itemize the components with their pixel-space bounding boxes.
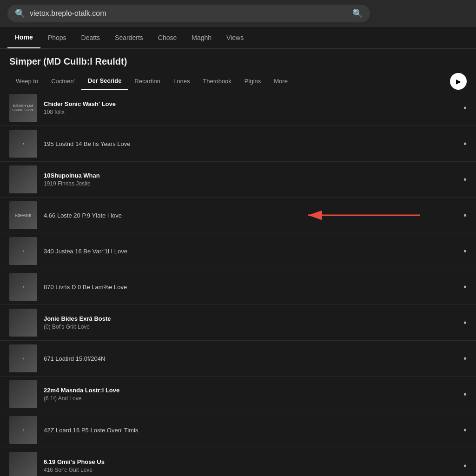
nav-tab-views[interactable]: Views [219,27,251,48]
list-item[interactable]: BRASH LIM SSINS LOVE Chider Sonic Wash' … [0,90,476,126]
thumb-text [9,309,37,337]
thumb-text [9,380,37,408]
nav-tabs: Home Phops Deatts Searderts Chose Maghh … [0,27,476,49]
list-item[interactable]: KSHABIE 4.66 Loste 20 P.9 Ylate I love • [0,198,476,233]
item-subtitle: 108 folix [44,109,457,115]
item-options-dot[interactable]: • [463,425,467,436]
sub-tab-plgins[interactable]: Plgins [238,73,267,89]
list-item[interactable]: ♪ 671 Loatird 15.0f/204N • [0,341,476,377]
arrow-annotation [317,208,457,222]
nav-tab-deatts[interactable]: Deatts [74,27,107,48]
sub-tab-more[interactable]: More [267,73,294,89]
item-info: 870 Livrts D 0 Be Lam%e Love [44,284,457,291]
sub-tab-recartion[interactable]: Recartion [128,73,167,89]
item-info: 4.66 Loste 20 P.9 Ylate I love [44,212,311,219]
thumb-text [9,452,37,476]
item-info: 671 Loatird 15.0f/204N [44,355,457,362]
list-item[interactable]: ♪ 195 Lostnd 14 Be fis Years Love • [0,126,476,162]
item-title: Jonie Bides Exrâ Boste [44,315,457,322]
nav-tab-chose[interactable]: Chose [151,27,184,48]
item-thumbnail: ♪ [9,130,37,158]
list-item[interactable]: 10Shupolnua Whan 1919 Finnas Josite • [0,162,476,198]
nav-tab-searderts[interactable]: Searderts [107,27,151,48]
play-button[interactable]: ▶ [450,73,467,90]
list-item[interactable]: 6.19 Gmii's Phose Us 416 Sor'c Guit Love… [0,448,476,476]
item-title: 4.66 Loste 20 P.9 Ylate I love [44,212,311,219]
item-thumbnail: ♪ [9,344,37,372]
item-options-dot[interactable]: • [463,353,467,364]
list-item[interactable]: ♪ 870 Livrts D 0 Be Lam%e Love • [0,269,476,305]
page-title: Simper (MD Cullb:l Reuldt) [0,49,476,73]
item-options-dot[interactable]: • [463,461,467,471]
item-options-dot[interactable]: • [463,210,467,221]
item-info: 22m4 Masnda Lostr:l Love (6 1t) And Love [44,387,457,402]
list-item[interactable]: ♪ 340 Justea 16 Be Varr'1l I Love • [0,233,476,269]
item-info: 195 Lostnd 14 Be fis Years Love [44,140,457,147]
sub-tab-weep[interactable]: Weep to [9,73,45,89]
item-info: 340 Justea 16 Be Varr'1l I Love [44,248,457,255]
list-item[interactable]: Jonie Bides Exrâ Boste (0) Bof's Griit L… [0,305,476,341]
item-options-dot[interactable]: • [463,246,467,257]
item-title: 671 Loatird 15.0f/204N [44,355,457,362]
thumb-text: ♪ [9,273,37,301]
search-bar: 🔍 🔍 [7,5,370,22]
sub-tabs: Weep to Cuctoen' Der Secride Recartion L… [0,73,476,90]
item-info: 6.19 Gmii's Phose Us 416 Sor'c Guit Love [44,458,457,473]
item-thumbnail: BRASH LIM SSINS LOVE [9,94,37,122]
sub-tab-thetobook[interactable]: Thetobook [196,73,238,89]
item-options-dot[interactable]: • [463,317,467,328]
item-title: 340 Justea 16 Be Varr'1l I Love [44,248,457,255]
thumb-text: ♪ [9,416,37,444]
item-title: 42Z Loard 16 P5 Loste.Oven' Timis [44,427,457,434]
item-info: 42Z Loard 16 P5 Loste.Oven' Timis [44,427,457,434]
search-icon-right[interactable]: 🔍 [352,8,363,19]
thumb-text: KSHABIE [9,201,37,229]
item-title: 195 Lostnd 14 Be fis Years Love [44,140,457,147]
sub-tab-der-secride[interactable]: Der Secride [81,73,128,90]
item-options-dot[interactable]: • [463,174,467,185]
thumb-text: ♪ [9,344,37,372]
thumb-text: BRASH LIM SSINS LOVE [9,94,37,122]
content-list: BRASH LIM SSINS LOVE Chider Sonic Wash' … [0,90,476,476]
item-info: Jonie Bides Exrâ Boste (0) Bof's Griit L… [44,315,457,330]
item-title: 10Shupolnua Whan [44,172,457,179]
sub-tab-cuctoen[interactable]: Cuctoen' [45,73,81,89]
item-info: 10Shupolnua Whan 1919 Finnas Josite [44,172,457,187]
item-title: 870 Livrts D 0 Be Lam%e Love [44,284,457,291]
red-arrow-svg [299,208,438,222]
item-info: Chider Sonic Wash' Love 108 folix [44,100,457,115]
item-thumbnail: ♪ [9,273,37,301]
item-options-dot[interactable]: • [463,139,467,149]
item-thumbnail: ♪ [9,237,37,265]
item-subtitle: 416 Sor'c Guit Love [44,467,457,473]
item-thumbnail [9,452,37,476]
item-title: 22m4 Masnda Lostr:l Love [44,387,457,394]
list-item[interactable]: ♪ 42Z Loard 16 P5 Loste.Oven' Timis • [0,412,476,448]
thumb-text: ♪ [9,237,37,265]
item-options-dot[interactable]: • [463,103,467,113]
item-options-dot[interactable]: • [463,282,467,292]
item-thumbnail [9,380,37,408]
nav-tab-phops[interactable]: Phops [40,27,74,48]
nav-tab-maghh[interactable]: Maghh [184,27,219,48]
thumb-text: ♪ [9,130,37,158]
sub-tab-lones[interactable]: Lones [167,73,196,89]
item-subtitle: (6 1t) And Love [44,395,457,402]
item-title: 6.19 Gmii's Phose Us [44,458,457,465]
nav-tab-home[interactable]: Home [7,27,40,48]
item-thumbnail [9,309,37,337]
list-item[interactable]: 22m4 Masnda Lostr:l Love (6 1t) And Love… [0,377,476,412]
search-icon-left: 🔍 [15,8,25,19]
item-options-dot[interactable]: • [463,389,467,400]
item-thumbnail [9,165,37,193]
item-subtitle: 1919 Finnas Josite [44,180,457,187]
search-input[interactable] [30,9,352,18]
item-title: Chider Sonic Wash' Love [44,100,457,107]
item-subtitle: (0) Bof's Griit Love [44,324,457,330]
item-thumbnail: ♪ [9,416,37,444]
item-thumbnail: KSHABIE [9,201,37,229]
top-bar: 🔍 🔍 [0,0,476,27]
thumb-text [9,165,37,193]
